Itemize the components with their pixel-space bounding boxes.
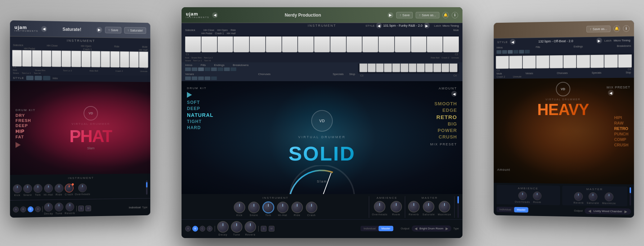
solid-output-prev[interactable]: ◀: [415, 227, 417, 230]
solid-mix-edge[interactable]: EDGE: [442, 107, 457, 113]
solid-save-as-btn[interactable]: ↑ Save as...: [416, 12, 439, 18]
solid-hihat-knob[interactable]: [277, 202, 289, 213]
style-key-4[interactable]: [384, 63, 392, 72]
heavy-key-2[interactable]: [509, 56, 522, 69]
phat-key-w4[interactable]: [42, 50, 52, 67]
solid-pad-5[interactable]: [211, 67, 217, 71]
style-key-7[interactable]: [409, 63, 417, 72]
style-key-9[interactable]: [425, 63, 433, 72]
solid-bell-icon[interactable]: 🔔: [442, 12, 449, 18]
solid-snare-knob[interactable]: [248, 202, 260, 213]
solid-kit-hard[interactable]: HARD: [187, 125, 248, 130]
phat-key-w5[interactable]: [52, 50, 61, 67]
heavy-key-8[interactable]: [591, 55, 604, 68]
solid-pad-6[interactable]: [218, 67, 223, 71]
solid-reverb2-knob[interactable]: [245, 221, 256, 233]
style-key-2[interactable]: [368, 63, 376, 72]
phat-decay-knob[interactable]: [44, 203, 53, 212]
solid-key-5[interactable]: [250, 36, 265, 52]
solid-kit-tight[interactable]: TIGHT: [187, 119, 248, 124]
phat-reverb-knob[interactable]: [66, 202, 74, 211]
solid-key-3[interactable]: [218, 36, 233, 52]
phat-snare-knob[interactable]: [23, 184, 32, 193]
solid-key-10[interactable]: [330, 36, 346, 52]
phat-btn-a[interactable]: A: [13, 206, 19, 212]
style-key-8[interactable]: [417, 63, 425, 72]
phat-btn-d[interactable]: D: [35, 206, 41, 212]
solid-pad-1[interactable]: [185, 67, 191, 71]
solid-kit-soft[interactable]: SOFT: [187, 100, 248, 105]
solid-btn-b[interactable]: B: [192, 226, 198, 232]
solid-next-btn[interactable]: ▶: [388, 12, 393, 18]
heavy-pad-4[interactable]: [513, 50, 518, 54]
style-key-3[interactable]: [376, 63, 384, 72]
phat-key-w8[interactable]: [81, 51, 91, 67]
phat-pad1[interactable]: [26, 76, 33, 80]
heavy-pad-6[interactable]: [525, 50, 530, 53]
style-key-10[interactable]: [433, 63, 441, 72]
heavy-preset-prev[interactable]: ◀: [589, 209, 591, 213]
heavy-pad-2[interactable]: [502, 50, 507, 54]
solid-overheads-knob[interactable]: [374, 201, 385, 212]
solid-tom-knob[interactable]: [263, 202, 274, 213]
solid-pad-4[interactable]: [205, 67, 210, 71]
solid-pad-v3[interactable]: [198, 76, 204, 80]
phat-overheads-knob[interactable]: [78, 184, 87, 192]
heavy-style-prev[interactable]: ◀: [510, 39, 516, 45]
phat-key-w7[interactable]: [71, 51, 81, 67]
heavy-kit-hipi[interactable]: HIPI: [614, 115, 629, 119]
phat-kit-hip[interactable]: HIP: [15, 128, 36, 134]
phat-kick-knob[interactable]: [13, 184, 22, 193]
solid-key-7[interactable]: [282, 36, 298, 52]
phat-save-as-btn[interactable]: ↑ Saturate!: [124, 27, 146, 34]
style-key-5[interactable]: [392, 63, 400, 72]
solid-m-btn[interactable]: M: [269, 226, 274, 232]
solid-btn-d[interactable]: D: [207, 226, 213, 232]
solid-master-btn[interactable]: Master: [379, 226, 393, 231]
solid-ride-knob[interactable]: [291, 202, 303, 213]
solid-mix-retro[interactable]: RETRO: [437, 114, 457, 120]
phat-play-btn[interactable]: [15, 142, 21, 148]
solid-prev-btn[interactable]: ◀: [212, 12, 218, 18]
phat-s-btn[interactable]: S: [78, 205, 84, 211]
heavy-preset-next[interactable]: ▶: [625, 210, 627, 214]
heavy-pad-1[interactable]: [497, 50, 502, 54]
heavy-overheads-knob[interactable]: [518, 191, 527, 200]
solid-key-8[interactable]: [298, 36, 314, 52]
phat-tune-knob[interactable]: [55, 203, 63, 211]
solid-mix-smooth[interactable]: SMOOTH: [434, 101, 457, 106]
solid-key-14[interactable]: [395, 36, 411, 52]
heavy-kit-punch[interactable]: PUNCH: [614, 132, 629, 136]
heavy-key-3[interactable]: [523, 56, 536, 69]
phat-key-w1[interactable]: [12, 50, 22, 67]
solid-style-prev[interactable]: ◀: [376, 23, 382, 28]
heavy-kit-raw[interactable]: RAW: [614, 121, 629, 125]
phat-prev-btn[interactable]: ◀: [41, 26, 47, 32]
style-key-11[interactable]: [442, 63, 450, 72]
heavy-mix-nav[interactable]: ◀: [608, 90, 614, 96]
solid-pad-v2[interactable]: [192, 76, 197, 80]
phat-tom-knob[interactable]: [33, 184, 42, 193]
solid-decay-knob[interactable]: [217, 221, 229, 233]
heavy-room-knob[interactable]: [533, 192, 542, 200]
phat-key-w12[interactable]: [120, 51, 129, 67]
phat-pad2[interactable]: [35, 76, 42, 80]
heavy-key-5[interactable]: [550, 55, 563, 68]
phat-pad3[interactable]: [43, 76, 50, 80]
phat-btn-c[interactable]: C: [28, 206, 33, 212]
phat-key-w2[interactable]: [22, 50, 32, 67]
heavy-maximize-knob[interactable]: [605, 193, 613, 202]
solid-mix-big[interactable]: BIG: [448, 121, 457, 127]
solid-key-1[interactable]: [185, 36, 201, 52]
solid-key-2[interactable]: [201, 36, 217, 52]
style-key-12[interactable]: [450, 63, 457, 72]
heavy-save-as-btn[interactable]: ↑ Save as...: [587, 25, 611, 32]
solid-kit-deep[interactable]: DEEP: [187, 106, 248, 111]
solid-pad-2[interactable]: [192, 67, 197, 71]
solid-pad-v1[interactable]: [185, 76, 191, 80]
solid-key-16[interactable]: [427, 36, 443, 52]
solid-pad-v4[interactable]: [205, 76, 210, 80]
solid-room-knob[interactable]: [390, 201, 402, 212]
solid-pad-8[interactable]: [231, 67, 236, 71]
heavy-style-next[interactable]: ▶: [596, 38, 602, 43]
